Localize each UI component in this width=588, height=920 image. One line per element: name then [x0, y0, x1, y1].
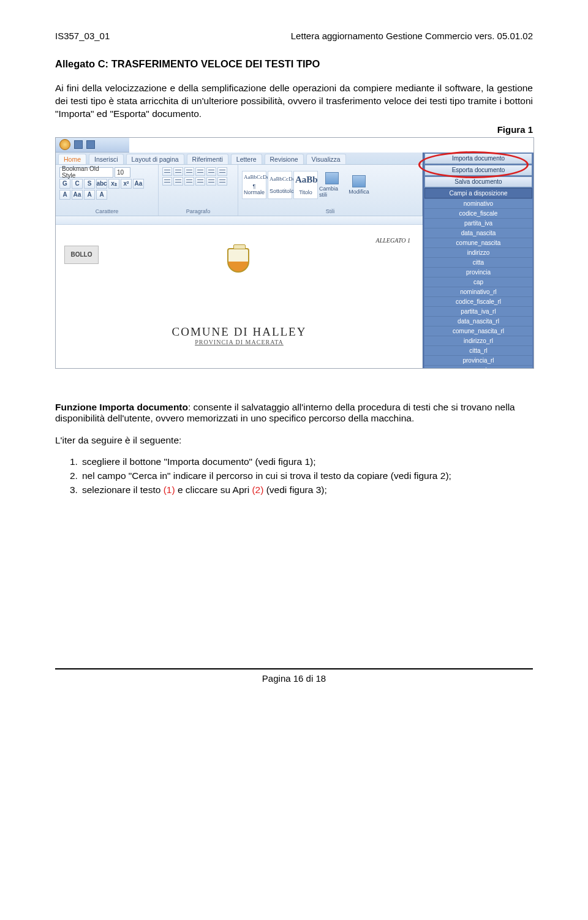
tab-revisione[interactable]: Revisione — [265, 154, 304, 164]
style-sottotitolo[interactable]: AaBbCcDdSottotitolo — [268, 171, 292, 199]
indent-dec-icon[interactable] — [195, 167, 205, 176]
ruler — [56, 216, 423, 225]
field-provincia[interactable]: provincia — [424, 268, 532, 277]
multilevel-icon[interactable] — [184, 167, 194, 176]
qat-save-icon[interactable] — [74, 140, 83, 149]
office-button-icon[interactable] — [59, 139, 70, 150]
font-name-select[interactable]: Bookman Old Style — [59, 167, 113, 178]
tab-visualizza[interactable]: Visualizza — [306, 154, 346, 164]
field-cap-rl[interactable]: cap_rl — [424, 366, 532, 369]
document-canvas: BOLLO ALLEGATO 1 COMUNE DI HALLEY PROVIN… — [56, 216, 423, 368]
comune-heading: COMUNE DI HALLEY PROVINCIA DI MACERATA — [56, 325, 423, 345]
modify-button[interactable]: Modifica — [346, 171, 372, 199]
field-provincia-rl[interactable]: provincia_rl — [424, 356, 532, 366]
btn-salva-documento[interactable]: Salva documento — [424, 176, 532, 187]
comune-name: COMUNE DI HALLEY — [56, 325, 423, 339]
tab-riferimenti[interactable]: Riferimenti — [187, 154, 228, 164]
format-italic[interactable]: C — [72, 179, 83, 189]
tab-home[interactable]: Home — [58, 154, 86, 164]
side-header-campi: Campi a disposizione — [424, 188, 532, 198]
field-codice-fiscale-rl[interactable]: codice_fiscale_rl — [424, 297, 532, 307]
field-nominativo[interactable]: nominativo — [424, 199, 532, 209]
field-comune-nascita-rl[interactable]: comune_nascita_rl — [424, 326, 532, 336]
align-right-icon[interactable] — [184, 177, 194, 186]
format-grow[interactable]: A — [84, 190, 95, 200]
format-highlight[interactable]: A — [59, 190, 70, 200]
field-citta-rl[interactable]: citta_rl — [424, 346, 532, 356]
section-title: Allegato C: TRASFERIMENTO VELOCE DEI TES… — [55, 58, 533, 70]
function-description: Funzione Importa documento: consente il … — [55, 402, 533, 424]
page-footer: Pagina 16 di 18 — [55, 668, 533, 684]
change-styles-icon — [325, 172, 339, 184]
align-left-icon[interactable] — [162, 177, 172, 186]
format-strike[interactable]: abc — [96, 179, 107, 189]
group-label-paragraph: Paragrafo — [162, 208, 234, 214]
tab-lettere[interactable]: Lettere — [231, 154, 262, 164]
btn-importa-documento[interactable]: Importa documento — [424, 153, 532, 164]
field-cap[interactable]: cap — [424, 277, 532, 287]
bollo-placeholder: BOLLO — [64, 246, 99, 264]
format-underline[interactable]: S — [84, 179, 95, 189]
format-subscript[interactable]: x₂ — [108, 179, 119, 189]
tab-layout[interactable]: Layout di pagina — [126, 154, 184, 164]
step-3-ref-1: (1) — [164, 485, 175, 495]
field-indirizzo-rl[interactable]: indirizzo_rl — [424, 336, 532, 346]
intro-paragraph: Ai fini della velocizzazione e della sem… — [55, 82, 533, 121]
btn-esporta-documento[interactable]: Esporta documento — [424, 165, 532, 176]
field-data-nascita[interactable]: data_nascita — [424, 228, 532, 238]
style-titolo[interactable]: AaBbTitolo — [293, 171, 318, 199]
format-superscript[interactable]: x² — [121, 179, 132, 189]
shading-icon[interactable] — [217, 177, 227, 186]
field-comune-nascita[interactable]: comune_nascita — [424, 238, 532, 248]
ribbon-group-styles: AaBbCcDc¶ Normale AaBbCcDdSottotitolo Aa… — [238, 165, 423, 216]
municipal-crest-icon — [227, 248, 252, 276]
bullets-icon[interactable] — [162, 167, 172, 176]
ribbon-group-paragraph: Paragrafo — [159, 165, 238, 216]
field-nominativo-rl[interactable]: nominativo_rl — [424, 287, 532, 297]
step-3: 3.selezionare il testo (1) e cliccare su… — [70, 484, 533, 497]
quick-access-toolbar — [56, 138, 129, 153]
step-1: 1.scegliere il bottone "Importa document… — [70, 456, 533, 469]
line-spacing-icon[interactable] — [206, 177, 216, 186]
numbering-icon[interactable] — [173, 167, 183, 176]
ribbon-group-font: Bookman Old Style 10 G C S abc x₂ x² Aa … — [56, 165, 159, 216]
figure-1-word-screenshot: Home Inserisci Layout di pagina Riferime… — [55, 137, 534, 369]
font-size-select[interactable]: 10 — [115, 167, 130, 178]
function-name: Funzione Importa documento — [55, 402, 188, 412]
field-codice-fiscale[interactable]: codice_fiscale — [424, 209, 532, 219]
iter-heading: L'iter da seguire è il seguente: — [55, 435, 533, 446]
header-left: IS357_03_01 — [55, 31, 110, 41]
field-partita-iva[interactable]: partita_iva — [424, 219, 532, 228]
format-font-color[interactable]: Aa — [72, 190, 83, 200]
indent-inc-icon[interactable] — [206, 167, 216, 176]
modify-icon — [352, 175, 366, 187]
tab-inserisci[interactable]: Inserisci — [89, 154, 124, 164]
figure-label: Figura 1 — [55, 124, 533, 135]
align-justify-icon[interactable] — [195, 177, 205, 186]
format-case[interactable]: Aa — [133, 179, 144, 189]
field-data-nascita-rl[interactable]: data_nascita_rl — [424, 317, 532, 326]
comune-province: PROVINCIA DI MACERATA — [56, 339, 423, 345]
field-citta[interactable]: citta — [424, 258, 532, 268]
format-shrink[interactable]: A — [96, 190, 107, 200]
steps-list: 1.scegliere il bottone "Importa document… — [55, 456, 533, 497]
step-2: 2.nel campo "Cerca in" indicare il perco… — [70, 470, 533, 483]
group-label-font: Carattere — [59, 208, 154, 214]
change-styles-button[interactable]: Cambia stili — [319, 171, 345, 199]
group-label-styles: Stili — [242, 208, 418, 214]
header-right: Lettera aggiornamento Gestione Commercio… — [291, 31, 533, 41]
style-normale[interactable]: AaBbCcDc¶ Normale — [242, 171, 266, 199]
page-header: IS357_03_01 Lettera aggiornamento Gestio… — [55, 31, 533, 41]
step-3-ref-2: (2) — [252, 485, 263, 495]
align-center-icon[interactable] — [173, 177, 183, 186]
side-panel: Importa documento Esporta documento Salv… — [423, 153, 533, 368]
field-indirizzo[interactable]: indirizzo — [424, 248, 532, 258]
ribbon-body: Bookman Old Style 10 G C S abc x₂ x² Aa … — [56, 165, 423, 216]
qat-undo-icon[interactable] — [86, 140, 95, 149]
field-partita-iva-rl[interactable]: partita_iva_rl — [424, 307, 532, 317]
sort-icon[interactable] — [217, 167, 227, 176]
format-bold[interactable]: G — [59, 179, 70, 189]
allegato-label: ALLEGATO 1 — [376, 237, 410, 244]
